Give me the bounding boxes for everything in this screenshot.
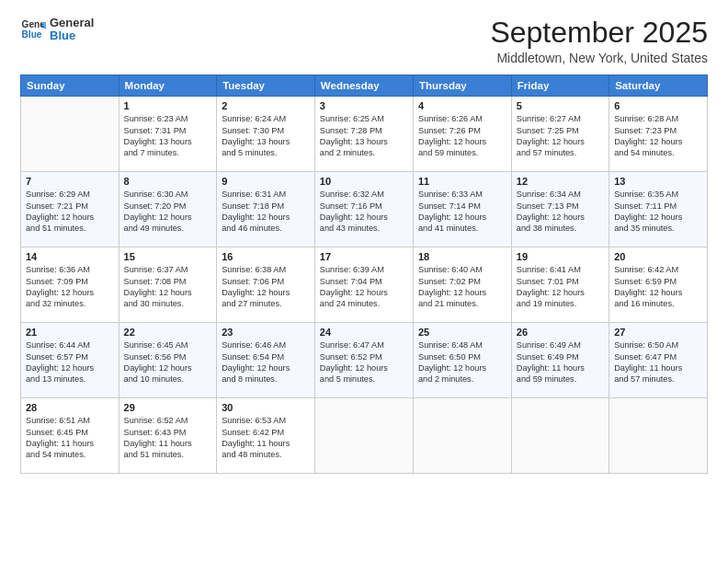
- day-number: 5: [517, 100, 604, 111]
- calendar-cell: 29Sunrise: 6:52 AM Sunset: 6:43 PM Dayli…: [119, 398, 217, 474]
- day-number: 2: [222, 100, 310, 111]
- calendar-day-header: Friday: [511, 75, 609, 97]
- calendar-week-row: 28Sunrise: 6:51 AM Sunset: 6:45 PM Dayli…: [21, 398, 708, 474]
- page-header: General Blue General Blue September 2025…: [20, 17, 708, 65]
- logo-blue: Blue: [50, 29, 94, 42]
- calendar-cell: 9Sunrise: 6:31 AM Sunset: 7:18 PM Daylig…: [217, 172, 315, 247]
- calendar-cell: 7Sunrise: 6:29 AM Sunset: 7:21 PM Daylig…: [21, 172, 119, 247]
- day-detail: Sunrise: 6:26 AM Sunset: 7:26 PM Dayligh…: [418, 113, 506, 159]
- calendar-cell: 10Sunrise: 6:32 AM Sunset: 7:16 PM Dayli…: [314, 172, 413, 247]
- page-subtitle: Middletown, New York, United States: [490, 51, 708, 65]
- day-number: 10: [320, 176, 408, 187]
- day-number: 30: [222, 402, 310, 413]
- day-detail: Sunrise: 6:53 AM Sunset: 6:42 PM Dayligh…: [222, 415, 310, 461]
- day-number: 21: [26, 327, 114, 338]
- day-number: 29: [124, 402, 212, 413]
- calendar-cell: 21Sunrise: 6:44 AM Sunset: 6:57 PM Dayli…: [21, 323, 119, 398]
- calendar-cell: 3Sunrise: 6:25 AM Sunset: 7:28 PM Daylig…: [314, 97, 413, 172]
- day-detail: Sunrise: 6:45 AM Sunset: 6:56 PM Dayligh…: [124, 339, 212, 385]
- calendar-cell: 1Sunrise: 6:23 AM Sunset: 7:31 PM Daylig…: [119, 97, 217, 172]
- calendar-header-row: SundayMondayTuesdayWednesdayThursdayFrid…: [21, 75, 708, 97]
- day-number: 28: [26, 402, 114, 413]
- day-detail: Sunrise: 6:23 AM Sunset: 7:31 PM Dayligh…: [124, 113, 212, 159]
- calendar-cell: [511, 398, 609, 474]
- day-detail: Sunrise: 6:34 AM Sunset: 7:13 PM Dayligh…: [517, 189, 604, 235]
- calendar-week-row: 14Sunrise: 6:36 AM Sunset: 7:09 PM Dayli…: [21, 247, 708, 323]
- day-detail: Sunrise: 6:48 AM Sunset: 6:50 PM Dayligh…: [418, 339, 506, 385]
- calendar-cell: 17Sunrise: 6:39 AM Sunset: 7:04 PM Dayli…: [314, 247, 413, 323]
- day-number: 11: [418, 176, 506, 187]
- calendar-week-row: 21Sunrise: 6:44 AM Sunset: 6:57 PM Dayli…: [21, 323, 708, 398]
- calendar-cell: 25Sunrise: 6:48 AM Sunset: 6:50 PM Dayli…: [414, 323, 512, 398]
- day-detail: Sunrise: 6:31 AM Sunset: 7:18 PM Dayligh…: [222, 189, 310, 235]
- calendar-cell: 24Sunrise: 6:47 AM Sunset: 6:52 PM Dayli…: [314, 323, 413, 398]
- day-detail: Sunrise: 6:30 AM Sunset: 7:20 PM Dayligh…: [124, 189, 212, 235]
- day-detail: Sunrise: 6:46 AM Sunset: 6:54 PM Dayligh…: [222, 339, 310, 385]
- logo-general: General: [50, 17, 94, 29]
- calendar-cell: [414, 398, 512, 474]
- day-number: 14: [26, 251, 114, 262]
- calendar-week-row: 7Sunrise: 6:29 AM Sunset: 7:21 PM Daylig…: [21, 172, 708, 247]
- day-detail: Sunrise: 6:39 AM Sunset: 7:04 PM Dayligh…: [320, 264, 408, 310]
- day-detail: Sunrise: 6:28 AM Sunset: 7:23 PM Dayligh…: [614, 113, 702, 159]
- logo-icon: General Blue: [20, 17, 46, 42]
- day-number: 12: [517, 176, 604, 187]
- day-detail: Sunrise: 6:51 AM Sunset: 6:45 PM Dayligh…: [26, 415, 114, 461]
- calendar-cell: 8Sunrise: 6:30 AM Sunset: 7:20 PM Daylig…: [119, 172, 217, 247]
- day-detail: Sunrise: 6:27 AM Sunset: 7:25 PM Dayligh…: [517, 113, 604, 159]
- calendar-cell: 26Sunrise: 6:49 AM Sunset: 6:49 PM Dayli…: [511, 323, 609, 398]
- day-number: 6: [614, 100, 702, 111]
- day-number: 9: [222, 176, 310, 187]
- calendar-cell: 6Sunrise: 6:28 AM Sunset: 7:23 PM Daylig…: [609, 97, 708, 172]
- calendar-cell: 16Sunrise: 6:38 AM Sunset: 7:06 PM Dayli…: [217, 247, 315, 323]
- logo: General Blue General Blue: [20, 17, 94, 43]
- title-block: September 2025 Middletown, New York, Uni…: [490, 17, 708, 65]
- calendar-cell: 28Sunrise: 6:51 AM Sunset: 6:45 PM Dayli…: [21, 398, 119, 474]
- calendar-cell: 22Sunrise: 6:45 AM Sunset: 6:56 PM Dayli…: [119, 323, 217, 398]
- day-number: 18: [418, 251, 506, 262]
- calendar-table: SundayMondayTuesdayWednesdayThursdayFrid…: [20, 75, 708, 474]
- day-number: 20: [614, 251, 702, 262]
- day-detail: Sunrise: 6:36 AM Sunset: 7:09 PM Dayligh…: [26, 264, 114, 310]
- day-detail: Sunrise: 6:40 AM Sunset: 7:02 PM Dayligh…: [418, 264, 506, 310]
- day-detail: Sunrise: 6:35 AM Sunset: 7:11 PM Dayligh…: [614, 189, 702, 235]
- day-detail: Sunrise: 6:33 AM Sunset: 7:14 PM Dayligh…: [418, 189, 506, 235]
- calendar-cell: 23Sunrise: 6:46 AM Sunset: 6:54 PM Dayli…: [217, 323, 315, 398]
- calendar-cell: [21, 97, 119, 172]
- day-number: 1: [124, 100, 212, 111]
- day-number: 25: [418, 327, 506, 338]
- calendar-day-header: Sunday: [21, 75, 119, 97]
- calendar-cell: 5Sunrise: 6:27 AM Sunset: 7:25 PM Daylig…: [511, 97, 609, 172]
- day-detail: Sunrise: 6:47 AM Sunset: 6:52 PM Dayligh…: [320, 339, 408, 385]
- day-detail: Sunrise: 6:42 AM Sunset: 6:59 PM Dayligh…: [614, 264, 702, 310]
- calendar-day-header: Wednesday: [314, 75, 413, 97]
- day-number: 7: [26, 176, 114, 187]
- calendar-cell: 15Sunrise: 6:37 AM Sunset: 7:08 PM Dayli…: [119, 247, 217, 323]
- calendar-cell: 12Sunrise: 6:34 AM Sunset: 7:13 PM Dayli…: [511, 172, 609, 247]
- day-number: 8: [124, 176, 212, 187]
- calendar-cell: 13Sunrise: 6:35 AM Sunset: 7:11 PM Dayli…: [609, 172, 708, 247]
- day-number: 15: [124, 251, 212, 262]
- calendar-cell: 2Sunrise: 6:24 AM Sunset: 7:30 PM Daylig…: [217, 97, 315, 172]
- day-detail: Sunrise: 6:25 AM Sunset: 7:28 PM Dayligh…: [320, 113, 408, 159]
- calendar-cell: 27Sunrise: 6:50 AM Sunset: 6:47 PM Dayli…: [609, 323, 708, 398]
- day-detail: Sunrise: 6:50 AM Sunset: 6:47 PM Dayligh…: [614, 339, 702, 385]
- calendar-cell: 14Sunrise: 6:36 AM Sunset: 7:09 PM Dayli…: [21, 247, 119, 323]
- calendar-cell: 18Sunrise: 6:40 AM Sunset: 7:02 PM Dayli…: [414, 247, 512, 323]
- day-detail: Sunrise: 6:32 AM Sunset: 7:16 PM Dayligh…: [320, 189, 408, 235]
- calendar-cell: [609, 398, 708, 474]
- svg-text:Blue: Blue: [22, 30, 42, 40]
- calendar-cell: 19Sunrise: 6:41 AM Sunset: 7:01 PM Dayli…: [511, 247, 609, 323]
- day-number: 19: [517, 251, 604, 262]
- calendar-day-header: Monday: [119, 75, 217, 97]
- day-number: 23: [222, 327, 310, 338]
- day-detail: Sunrise: 6:49 AM Sunset: 6:49 PM Dayligh…: [517, 339, 604, 385]
- day-number: 24: [320, 327, 408, 338]
- day-number: 4: [418, 100, 506, 111]
- day-detail: Sunrise: 6:38 AM Sunset: 7:06 PM Dayligh…: [222, 264, 310, 310]
- page-title: September 2025: [490, 17, 708, 49]
- day-number: 26: [517, 327, 604, 338]
- calendar-week-row: 1Sunrise: 6:23 AM Sunset: 7:31 PM Daylig…: [21, 97, 708, 172]
- calendar-cell: 30Sunrise: 6:53 AM Sunset: 6:42 PM Dayli…: [217, 398, 315, 474]
- day-number: 13: [614, 176, 702, 187]
